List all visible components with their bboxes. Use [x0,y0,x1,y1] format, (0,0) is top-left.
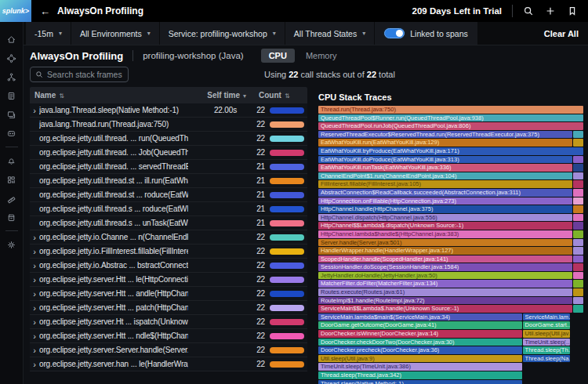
flame-segment[interactable] [573,305,583,313]
table-row[interactable]: ›org.eclipse.jetty.server.han ... le(Han… [30,357,307,371]
flame-segment[interactable] [573,139,583,147]
flame-segment[interactable]: MatcherFilter.doFilter(MatcherFilter.jav… [318,280,572,288]
expand-chevron-icon[interactable]: › [30,343,39,357]
flame-segment[interactable]: Thread.sleep(Native Method:-1) [318,380,522,384]
flame-segment[interactable]: HttpConnection.onFillable(HttpConnection… [318,197,572,205]
splunk-logo[interactable]: splunk> [0,0,31,22]
table-row[interactable]: ›org.eclipse.jetty.server.Htt ... patch(… [30,301,307,315]
flame-segment[interactable] [573,280,583,288]
table-row[interactable]: ›org.eclipse.jetty.server.Ht ... ispatch… [30,315,307,329]
table-row[interactable]: org.eclipse.jetty.util.thread.s ... rodu… [30,202,307,216]
expand-chevron-icon[interactable]: › [30,259,39,273]
expand-chevron-icon[interactable]: › [30,245,39,259]
flame-segment[interactable]: DoorGame.getOutcome(DoorGame.java:41) [318,321,522,329]
flame-segment[interactable]: Thread.sleep(Thread.java:342) [318,371,522,379]
flame-segment[interactable]: QueuedThreadPool$Runner.run(QueuedThread… [318,114,583,122]
table-row[interactable]: ›org.eclipse.jetty.server.Server.handle(… [30,343,307,357]
back-arrow-icon[interactable]: ← [40,5,50,17]
flame-segment[interactable]: RouteImpl$1.handle(RouteImpl.java:72) [318,297,572,305]
expand-chevron-icon[interactable]: › [30,273,39,287]
table-row[interactable]: org.eclipse.jetty.util.thread.s ... unTa… [30,216,307,230]
search-input[interactable] [47,70,123,79]
settings-gear-icon[interactable] [5,238,18,251]
tab-memory[interactable]: Memory [298,49,345,63]
time-range-dropdown[interactable]: -15m ▾ [26,22,71,45]
incidents-icon[interactable] [5,127,18,139]
flame-segment[interactable] [573,164,583,172]
log-observer-icon[interactable] [5,89,18,102]
flame-segment[interactable] [573,180,583,188]
flame-segment[interactable] [573,205,583,213]
table-row[interactable]: ›org.eclipse.jetty.server.Htt ... andle(… [30,287,307,301]
linked-to-spans-toggle[interactable] [384,28,405,38]
flame-segment[interactable]: ChannelEndPoint$1.run(ChannelEndPoint.ja… [318,172,572,180]
search-icon[interactable] [522,5,534,17]
flame-segment[interactable]: Util.sleep(Util.java:9) [318,355,522,363]
column-header-self-time[interactable]: Self time▾ [198,91,246,100]
flame-segment[interactable]: DoorChecker.precheck(DoorChecker.java:36… [318,346,522,354]
table-row[interactable]: org.eclipse.jetty.util.thread.st ... rod… [30,188,307,202]
flame-segment[interactable]: SessionHandler.doScope(SessionHandler.ja… [318,263,572,271]
flame-segment[interactable]: Routes.execute(Routes.java:61) [318,288,572,296]
expand-chevron-icon[interactable]: › [30,315,39,329]
expand-chevron-icon[interactable]: › [30,230,39,245]
flame-segment[interactable]: EatWhatYouKill.tryProduce(EatWhatYouKill… [318,147,583,155]
flame-segment[interactable] [573,131,583,139]
infrastructure-icon[interactable] [5,71,18,83]
flame-segment[interactable] [573,172,583,180]
flame-segment[interactable]: Thread.run(Thread.java:750) [318,106,583,114]
column-header-name[interactable]: Name⇅ [30,91,198,100]
environments-dropdown[interactable]: All Environments ▾ [71,22,160,45]
expand-chevron-icon[interactable]: › [30,301,39,315]
flame-segment[interactable]: ScopedHandler.handle(ScopedHandler.java:… [318,255,572,263]
table-row[interactable]: ›org.eclipse.jetty.io.FillInterest.filla… [30,245,307,259]
flame-segment[interactable]: AbstractConnection$ReadCallback.succeede… [318,189,572,197]
home-icon[interactable] [5,33,18,45]
search-stack-frames-box[interactable] [30,67,129,82]
flame-segment[interactable] [573,230,583,238]
rum-icon[interactable] [5,211,18,223]
expand-chevron-icon[interactable]: › [30,329,39,343]
clear-all-button[interactable]: Clear All [544,22,588,45]
flame-segment[interactable]: HttpChannel.handle(HttpChannel.java:375) [318,205,572,213]
flame-segment[interactable]: Util.sleep(Util.jav… [523,330,570,338]
flame-segment[interactable]: ServiceMain$$Lambda$.handle(Unknown Sour… [318,305,572,313]
table-row[interactable]: org.eclipse.jetty.util.thread. ... serve… [30,160,307,174]
alerts-icon[interactable] [5,154,18,167]
flame-segment[interactable]: EatWhatYouKill.runTask(EatWhatYouKill.ja… [318,164,572,172]
flame-segment[interactable] [573,255,583,263]
flame-segment[interactable] [573,263,583,271]
flame-segment[interactable]: FillInterest.fillable(FillInterest.java:… [318,180,572,188]
expand-chevron-icon[interactable]: › [30,103,39,118]
expand-chevron-icon[interactable]: › [30,287,39,301]
flame-segment[interactable]: EatWhatYouKill.run(EatWhatYouKill.java:1… [318,139,572,147]
flame-segment[interactable] [573,247,583,255]
table-row[interactable]: ›org.eclipse.jetty.server.Htt ... le(Htt… [30,273,307,287]
metrics-icon[interactable] [5,173,18,186]
flame-segment[interactable] [573,239,583,247]
flame-segment[interactable] [573,197,583,205]
flame-segment[interactable]: JettyHandler.doHandle(JettyHandler.java:… [318,272,572,280]
plus-icon[interactable] [544,5,556,17]
table-row[interactable]: ›java.lang.Thread.sleep(Native Method:-1… [30,103,307,118]
flame-segment[interactable]: HttpChannel.dispatch(HttpChannel.java:55… [318,214,572,222]
flame-segment[interactable] [573,189,583,197]
flame-segment[interactable]: TimeUnit.sleep(… [523,339,570,346]
column-header-count[interactable]: Count⇅ [246,91,307,100]
flame-segment[interactable] [573,156,583,164]
table-row[interactable]: org.eclipse.jetty.util.thread.st ... ill… [30,174,307,188]
table-row[interactable]: java.lang.Thread.run(Thread.java:750)22 [30,118,307,132]
flame-segment[interactable]: ServiceMain.lambda$main$(ServiceMain.jav… [318,313,522,321]
service-dropdown[interactable]: Service: profiling-workshop ▾ [160,22,285,45]
table-row[interactable]: ›org.eclipse.jetty.io.Channe ... n(Chann… [30,230,307,245]
flame-segment[interactable]: TimeUnit.sleep(TimeUnit.java:386) [318,363,522,371]
flame-segment[interactable] [573,297,583,305]
flame-segment[interactable]: DoorChecker.isWinner(DoorChecker.java:14… [318,330,522,338]
flame-segment[interactable]: HttpChannel.lambda$handle$(HttpChannel.j… [318,230,572,238]
flame-segment[interactable]: DoorGame.start… [523,321,570,329]
flame-segment[interactable]: QueuedThreadPool.runJob(QueuedThreadPool… [318,122,583,130]
flame-segment[interactable] [573,222,583,230]
apm-icon[interactable] [5,52,18,64]
table-row[interactable]: ›org.eclipse.jetty.io.Abstrac ... bstrac… [30,259,307,273]
flame-segment[interactable]: ReservedThreadExecutor$ReservedThread.ru… [318,131,572,139]
